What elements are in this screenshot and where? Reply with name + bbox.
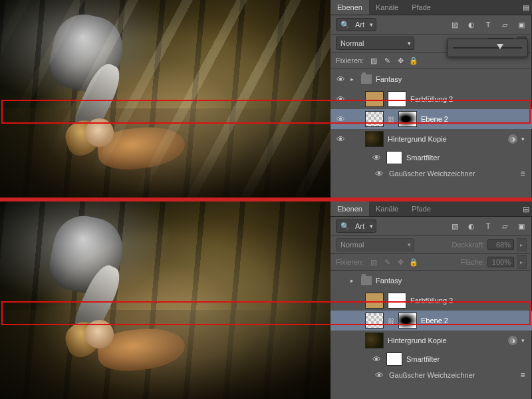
layer-name: Smartfilter	[406, 355, 528, 363]
panel-tabs: Ebenen Kanäle Pfade ▤	[331, 0, 532, 15]
lock-all-icon: 🔒	[409, 257, 418, 267]
disclosure-icon[interactable]: ▸	[350, 76, 357, 82]
blend-row: Normal ▾ Deckkraft: 68% ▸	[331, 236, 532, 254]
filter-shape-icon[interactable]: ▱	[499, 221, 510, 231]
layer-name: Fantasy	[376, 277, 528, 285]
panel-menu-icon[interactable]: ▤	[520, 0, 532, 15]
filter-options-icon[interactable]: ≡	[517, 169, 528, 178]
filter-smart-icon[interactable]: ▣	[516, 19, 527, 30]
smartfilter-gaussian[interactable]: 👁 Gaußscher Weichzeichner ≡	[331, 166, 532, 181]
tab-paths[interactable]: Pfade	[405, 0, 438, 15]
fill-value: 100%	[487, 257, 514, 267]
filter-kind-select[interactable]: 🔍 Art ▾	[336, 219, 376, 233]
mask-link-icon[interactable]: ⛓	[388, 116, 394, 123]
layer-name: Ebene 2	[421, 317, 528, 325]
layer-bg-copy[interactable]: Hintergrund Kopie ◑ ▾	[331, 331, 532, 350]
filter-shape-icon[interactable]: ▱	[499, 19, 510, 30]
filter-adjust-icon[interactable]: ◐	[466, 19, 477, 30]
visibility-toggle[interactable]	[334, 334, 346, 346]
layer-thumb	[365, 313, 384, 329]
lock-transparent-icon[interactable]: ▨	[369, 56, 378, 65]
visibility-toggle[interactable]: 👁	[334, 93, 346, 105]
layer-thumb	[365, 111, 384, 127]
filter-name: Gaußscher Weichzeichner	[389, 170, 513, 178]
disclosure-icon[interactable]: ▾	[521, 337, 528, 344]
visibility-toggle[interactable]: 👁	[373, 369, 385, 381]
lock-position-icon: ✥	[396, 257, 405, 267]
search-icon: 🔍	[340, 21, 350, 29]
disclosure-icon[interactable]: ▸	[350, 277, 357, 284]
lock-pixels-icon: ✎	[382, 257, 392, 267]
panel-tabs: Ebenen Kanäle Pfade ▤	[331, 201, 532, 217]
layer-name: Hintergrund Kopie	[388, 336, 504, 344]
layer-list: 👁 ▸ Fantasy 👁 Farbfüllung 2 👁 ⛓	[331, 69, 532, 198]
opacity-slider-knob[interactable]	[497, 44, 503, 49]
filter-type-icon[interactable]: T	[483, 19, 493, 30]
lock-all-icon[interactable]: 🔒	[409, 56, 418, 65]
visibility-toggle[interactable]	[334, 315, 346, 327]
visibility-toggle[interactable]: 👁	[334, 113, 346, 125]
visibility-toggle[interactable]: 👁	[370, 353, 382, 365]
layer-name: Ebene 2	[421, 115, 528, 123]
layer-rays[interactable]: ⛓ Ebene 2	[331, 311, 532, 331]
filter-adjust-icon[interactable]: ◐	[466, 221, 477, 231]
lock-pixels-icon[interactable]: ✎	[382, 56, 392, 65]
canvas-top[interactable]	[0, 0, 331, 198]
layer-fill[interactable]: 👁 Farbfüllung 2	[331, 89, 532, 109]
layer-thumb	[365, 131, 384, 147]
layer-name: Hintergrund Kopie	[388, 135, 504, 143]
visibility-toggle[interactable]: 👁	[370, 152, 382, 164]
smart-object-icon[interactable]: ◑	[508, 336, 517, 345]
mask-link-icon[interactable]: ⛓	[388, 317, 394, 325]
chevron-down-icon: ▾	[408, 40, 411, 47]
layer-mask-thumb	[398, 111, 417, 127]
layer-name: Farbfüllung 2	[410, 297, 528, 305]
blend-mode-select[interactable]: Normal ▾	[336, 37, 414, 50]
tab-channels[interactable]: Kanäle	[369, 201, 405, 216]
filter-type-icon[interactable]: T	[483, 221, 493, 231]
top-variant: Ebenen Kanäle Pfade ▤ 🔍 Art ▾ ▧ ◐ T ▱ ▣	[0, 0, 532, 198]
layer-group-fantasy[interactable]: 👁 ▸ Fantasy	[331, 69, 532, 89]
visibility-toggle[interactable]	[334, 295, 346, 307]
layer-list: ▸ Fantasy Farbfüllung 2 ⛓	[331, 271, 532, 399]
tab-layers[interactable]: Ebenen	[331, 0, 369, 15]
filter-pixel-icon[interactable]: ▧	[450, 221, 460, 231]
layer-smartfilters[interactable]: 👁 Smartfilter	[331, 350, 532, 368]
layer-name: Farbfüllung 2	[410, 95, 528, 103]
layer-filter-row: 🔍 Art ▾ ▧ ◐ T ▱ ▣	[331, 217, 532, 236]
folder-icon	[361, 74, 372, 84]
blend-mode-value: Normal	[340, 241, 364, 249]
layer-rays[interactable]: 👁 ⛓ Ebene 2	[331, 109, 532, 129]
filter-smart-icon[interactable]: ▣	[516, 221, 527, 231]
layer-smartfilters[interactable]: 👁 Smartfilter	[331, 149, 532, 166]
chevron-updown-icon: ▾	[370, 21, 373, 28]
tab-paths[interactable]: Pfade	[405, 201, 438, 216]
smartfilter-gaussian[interactable]: 👁 Gaußscher Weichzeichner ≡	[331, 368, 532, 382]
visibility-toggle[interactable]: 👁	[334, 133, 346, 145]
canvas-bottom[interactable]	[0, 201, 331, 399]
filter-options-icon[interactable]: ≡	[517, 370, 528, 380]
disclosure-icon[interactable]: ▾	[521, 136, 528, 142]
fill-label: Fläche:	[461, 258, 485, 266]
chevron-down-icon: ▾	[408, 241, 411, 248]
opacity-slider-popup[interactable]	[447, 39, 528, 57]
filter-pixel-icon[interactable]: ▧	[450, 19, 460, 30]
smart-object-icon[interactable]: ◑	[508, 134, 517, 144]
layer-name: Fantasy	[376, 75, 528, 83]
tab-layers[interactable]: Ebenen	[331, 201, 369, 216]
lock-label: Fixieren:	[336, 258, 364, 266]
layer-fill[interactable]: Farbfüllung 2	[331, 291, 532, 311]
visibility-toggle[interactable]: 👁	[373, 168, 385, 180]
visibility-toggle[interactable]: 👁	[334, 73, 346, 85]
folder-icon	[361, 276, 372, 285]
layer-bg-copy[interactable]: 👁 Hintergrund Kopie ◑ ▾	[331, 129, 532, 149]
tab-channels[interactable]: Kanäle	[369, 0, 405, 15]
opacity-value: 68%	[487, 239, 514, 250]
layer-group-fantasy[interactable]: ▸ Fantasy	[331, 271, 532, 291]
panel-menu-icon[interactable]: ▤	[520, 201, 532, 216]
layer-thumb	[365, 293, 384, 309]
lock-position-icon[interactable]: ✥	[396, 56, 405, 65]
filter-kind-select[interactable]: 🔍 Art ▾	[336, 18, 376, 31]
visibility-toggle[interactable]	[334, 275, 346, 287]
filter-kind-label: Art	[355, 21, 364, 29]
